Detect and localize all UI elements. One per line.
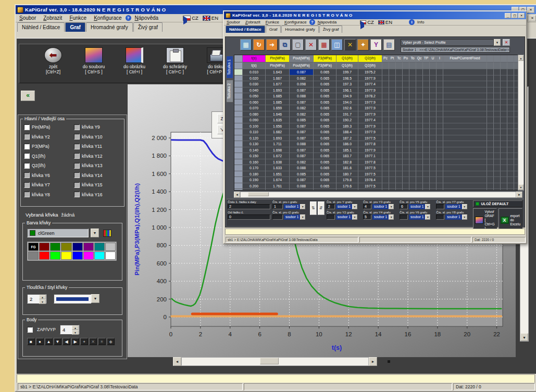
en-flag-icon[interactable]: [203, 16, 210, 21]
data-cell[interactable]: [437, 147, 443, 154]
data-cell[interactable]: 1.674: [266, 177, 290, 183]
data-cell[interactable]: [403, 165, 409, 171]
data-cell[interactable]: 1977.9: [358, 87, 382, 94]
checkbox-kivkaY9[interactable]: [74, 124, 80, 130]
checkbox-kivkaY8[interactable]: [24, 192, 30, 197]
reload-icon[interactable]: ↻: [253, 39, 265, 50]
data-cell[interactable]: [494, 129, 501, 135]
palette-color-9[interactable]: [39, 251, 49, 260]
header-cell[interactable]: P3(MPa): [314, 62, 336, 69]
data-cell[interactable]: [423, 99, 430, 106]
menu-item-funkce[interactable]: Funkce: [263, 19, 282, 25]
cz-flag-icon[interactable]: [183, 16, 191, 21]
data-cell[interactable]: [403, 93, 409, 99]
thickness-up-button[interactable]: ▲: [39, 295, 46, 299]
data-cell[interactable]: [382, 135, 389, 142]
data-cell[interactable]: [403, 159, 409, 166]
data-cell[interactable]: [437, 165, 443, 171]
data-cell[interactable]: [396, 69, 403, 75]
data-cell[interactable]: 181.6: [336, 165, 358, 171]
data-cell[interactable]: [409, 153, 416, 159]
data-cell[interactable]: 0.040: [243, 87, 266, 94]
data-cell[interactable]: [443, 105, 487, 111]
data-cell[interactable]: [396, 81, 403, 87]
data-cell[interactable]: [416, 183, 423, 189]
header-cell[interactable]: Q1(l/h): [336, 62, 358, 69]
data-cell[interactable]: [396, 117, 403, 123]
tab-nhlededitace[interactable]: Náhled / Editace: [226, 26, 265, 33]
checkbox-Q1lh[interactable]: [24, 153, 30, 159]
header-cell[interactable]: Tc: [396, 55, 403, 62]
header-cell[interactable]: Q2(l/h): [358, 62, 382, 69]
data-cell[interactable]: [403, 75, 409, 82]
data-cell[interactable]: [389, 183, 396, 189]
data-cell[interactable]: [430, 141, 437, 147]
y-column-field[interactable]: [436, 214, 444, 220]
data-cell[interactable]: [382, 165, 389, 171]
menu-item-soubor[interactable]: Soubor: [224, 19, 243, 25]
data-cell[interactable]: [416, 165, 423, 171]
data-cell[interactable]: [443, 81, 487, 87]
data-cell[interactable]: [507, 69, 514, 75]
scroll-left-button[interactable]: ◄: [234, 192, 240, 198]
data-cell[interactable]: [487, 117, 494, 123]
data-cell[interactable]: 1978.2: [358, 93, 382, 99]
data-cell[interactable]: [501, 147, 507, 154]
menu-item-funkce[interactable]: Funkce: [66, 14, 90, 22]
marker-shape-button-5[interactable]: ▶: [71, 338, 79, 345]
data-cell[interactable]: [396, 177, 403, 183]
data-cell[interactable]: [443, 135, 487, 142]
info-icon[interactable]: i: [409, 19, 415, 25]
data-cell[interactable]: [430, 189, 437, 191]
data-cell[interactable]: [501, 75, 507, 82]
toolbar-button-do-obrázku[interactable]: do obrázku[ Ctrl+I ]: [117, 47, 152, 83]
help-icon[interactable]: ?: [309, 19, 315, 25]
data-cell[interactable]: [423, 117, 430, 123]
data-cell[interactable]: 0.065: [314, 111, 336, 118]
file-dropdown-button[interactable]: ▼: [300, 204, 305, 209]
data-cell[interactable]: 197.3: [336, 81, 358, 87]
palette-icon[interactable]: [103, 230, 111, 237]
data-cell[interactable]: [494, 171, 501, 178]
data-cell[interactable]: [409, 93, 416, 99]
data-cell[interactable]: [443, 93, 487, 99]
data-cell[interactable]: 190.2: [336, 117, 358, 123]
data-cell[interactable]: [437, 105, 443, 111]
data-cell[interactable]: 1977.8: [358, 141, 382, 147]
data-cell[interactable]: [430, 93, 437, 99]
checkbox-kivkaY16[interactable]: [74, 192, 80, 197]
y-file-select[interactable]: soubor 1▼: [336, 204, 357, 209]
t1-column-field[interactable]: 1: [272, 204, 283, 209]
header-cell[interactable]: [389, 62, 396, 69]
data-cell[interactable]: 1.761: [266, 183, 290, 189]
palette-color-8[interactable]: [28, 251, 39, 260]
file-dropdown-button[interactable]: ▼: [389, 214, 394, 220]
data-cell[interactable]: [416, 129, 423, 135]
data-cell[interactable]: [423, 153, 430, 159]
data-cell[interactable]: [443, 141, 487, 147]
y-file-select[interactable]: soubor 1▼: [372, 214, 394, 220]
data-cell[interactable]: [487, 141, 494, 147]
data-cell[interactable]: [501, 171, 507, 178]
data-cell[interactable]: [416, 117, 423, 123]
data-cell[interactable]: 178.6: [336, 189, 358, 191]
data-cell[interactable]: [501, 153, 507, 159]
data-cell[interactable]: [507, 93, 514, 99]
data-cell[interactable]: 0.065: [314, 135, 336, 142]
row-header-cell[interactable]: [234, 177, 243, 183]
header-cell[interactable]: Pin(MPa): [266, 62, 290, 69]
data-cell[interactable]: [423, 159, 430, 166]
data-cell[interactable]: 1.682: [266, 129, 290, 135]
palette-color-14[interactable]: [94, 251, 105, 260]
data-cell[interactable]: [430, 177, 437, 183]
data-cell[interactable]: [409, 183, 416, 189]
data-cell[interactable]: 0.087: [290, 147, 314, 154]
y-column-field[interactable]: 4: [363, 204, 371, 209]
data-cell[interactable]: [430, 135, 437, 142]
data-cell[interactable]: [487, 69, 494, 75]
data-cell[interactable]: [382, 93, 389, 99]
data-cell[interactable]: 0.060: [243, 99, 266, 106]
data-cell[interactable]: 179.8: [336, 177, 358, 183]
data-cell[interactable]: [403, 183, 409, 189]
data-cell[interactable]: [409, 69, 416, 75]
